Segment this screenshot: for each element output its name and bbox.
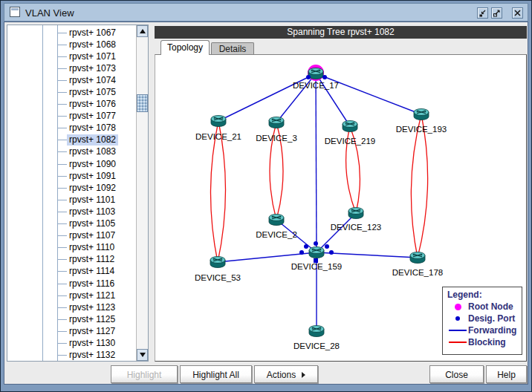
legend-title: Legend: [447, 290, 517, 300]
device-node-DEVICE_178[interactable] [410, 252, 425, 264]
tree-item-label: rpvst+ 1116 [67, 278, 117, 290]
tree-connector [57, 200, 67, 200]
tree-connector [57, 116, 67, 117]
tree-item[interactable]: rpvst+ 1132 [7, 350, 135, 362]
tree-connector [57, 212, 67, 212]
tree-item[interactable]: rpvst+ 1068 [7, 39, 135, 50]
scrollbar-thumb[interactable] [137, 94, 148, 112]
device-label: DEVICE_2 [256, 230, 297, 239]
device-node-DEVICE_193[interactable] [414, 109, 429, 120]
tree-connector [57, 295, 67, 296]
device-node-DEVICE_3[interactable] [269, 117, 284, 128]
tree-item-label: rpvst+ 1073 [67, 63, 118, 74]
edge-forwarding [317, 213, 356, 252]
vlan-tree-list: rpvst+ 1067rpvst+ 1068rpvst+ 1071rpvst+ … [7, 27, 135, 362]
tree-item[interactable]: rpvst+ 1092 [7, 182, 135, 194]
up-arrow-icon [140, 29, 146, 33]
tree-connector [57, 92, 67, 93]
edge-blocking [411, 114, 421, 258]
tree-item[interactable]: rpvst+ 1082 [7, 134, 135, 146]
legend-item: Desig. Port [447, 313, 517, 324]
device-node-DEVICE_28[interactable] [309, 326, 324, 337]
tree-item[interactable]: rpvst+ 1114 [7, 266, 135, 278]
tree-item[interactable]: rpvst+ 1077 [7, 111, 135, 122]
tree-item-label: rpvst+ 1125 [67, 314, 117, 325]
tree-item[interactable]: rpvst+ 1127 [7, 325, 135, 337]
tree-item-label: rpvst+ 1132 [67, 350, 117, 361]
tree-item[interactable]: rpvst+ 1103 [7, 206, 135, 218]
tree-item[interactable]: rpvst+ 1130 [7, 337, 135, 349]
title-bar[interactable]: VLAN View [4, 3, 528, 22]
edge-forwarding [316, 74, 317, 252]
tab-topology[interactable]: Topology [160, 40, 210, 55]
highlight-button[interactable]: Highlight [111, 365, 178, 383]
scroll-up-button[interactable] [137, 25, 148, 37]
tree-connector [57, 128, 67, 128]
tree-item[interactable]: rpvst+ 1090 [7, 158, 135, 170]
legend-label: Blocking [468, 337, 506, 347]
designated-port-marker [299, 250, 304, 255]
tree-item[interactable]: rpvst+ 1123 [7, 301, 135, 313]
tree-item[interactable]: rpvst+ 1101 [7, 194, 135, 206]
tree-item[interactable]: rpvst+ 1071 [7, 50, 135, 62]
tree-item[interactable]: rpvst+ 1076 [7, 99, 135, 111]
device-label: DEVICE_159 [291, 262, 342, 271]
tree-connector [57, 235, 67, 236]
help-button[interactable]: Help [486, 365, 527, 383]
device-node-DEVICE_53[interactable] [210, 257, 225, 268]
tree-item[interactable]: rpvst+ 1075 [7, 86, 135, 98]
tree-item-label: rpvst+ 1068 [67, 39, 118, 50]
tree-connector [57, 176, 67, 177]
close-window-button[interactable] [512, 7, 523, 19]
device-label: DEVICE_193 [396, 125, 447, 134]
tree-item[interactable]: rpvst+ 1112 [7, 254, 135, 266]
tree-item[interactable]: rpvst+ 1121 [7, 290, 135, 301]
tree-item[interactable]: rpvst+ 1078 [7, 122, 135, 134]
tree-item[interactable]: rpvst+ 1074 [7, 74, 135, 86]
tree-connector [57, 33, 67, 33]
tree-item-label: rpvst+ 1107 [67, 230, 117, 241]
spanning-tree-panel: Spanning Tree rpvst+ 1082 Topology Detai… [155, 24, 527, 362]
device-node-DEVICE_123[interactable] [348, 208, 363, 219]
minimize-icon [478, 8, 487, 18]
tree-scrollbar[interactable] [136, 25, 148, 361]
designated-port-marker [314, 258, 318, 263]
tree-connector [57, 355, 67, 356]
tree-item[interactable]: rpvst+ 1067 [7, 27, 135, 39]
device-node-DEVICE_2[interactable] [269, 215, 284, 226]
legend-item: Root Node [447, 301, 517, 313]
tree-item[interactable]: rpvst+ 1125 [7, 313, 135, 325]
tree-item[interactable]: rpvst+ 1105 [7, 218, 135, 230]
minimize-button[interactable] [477, 7, 488, 19]
legend-label: Root Node [468, 301, 513, 312]
tree-item[interactable]: rpvst+ 1073 [7, 62, 135, 74]
panel-header: Spanning Tree rpvst+ 1082 [155, 26, 527, 39]
designated-port-marker [322, 75, 327, 79]
device-label: DEVICE_219 [325, 137, 375, 146]
tree-item[interactable]: rpvst+ 1116 [7, 278, 135, 290]
tree-connector [57, 247, 67, 248]
device-label: DEVICE_28 [293, 342, 340, 350]
designated-port-marker [314, 241, 318, 246]
tree-item-label: rpvst+ 1091 [67, 171, 118, 182]
tab-details[interactable]: Details [211, 42, 254, 55]
tree-connector [57, 259, 67, 260]
close-button[interactable]: Close [429, 365, 484, 383]
device-node-DEVICE_159[interactable] [309, 247, 324, 258]
tree-connector [57, 271, 67, 272]
tree-connector [57, 331, 67, 332]
device-node-DEVICE_17[interactable] [308, 68, 323, 79]
tree-item[interactable]: rpvst+ 1110 [7, 242, 135, 254]
tree-item[interactable]: rpvst+ 1107 [7, 230, 135, 242]
tree-connector [57, 80, 67, 81]
highlight-all-button[interactable]: Highlight All [180, 365, 252, 383]
scroll-down-button[interactable] [137, 349, 148, 361]
device-node-DEVICE_21[interactable] [211, 116, 226, 127]
device-node-DEVICE_219[interactable] [343, 121, 357, 132]
device-label: DEVICE_21 [195, 132, 241, 141]
tree-connector [57, 45, 67, 45]
maximize-button[interactable] [491, 7, 502, 19]
actions-menu-button[interactable]: Actions [254, 365, 318, 383]
tree-item[interactable]: rpvst+ 1083 [7, 146, 135, 158]
tree-item[interactable]: rpvst+ 1091 [7, 170, 135, 182]
